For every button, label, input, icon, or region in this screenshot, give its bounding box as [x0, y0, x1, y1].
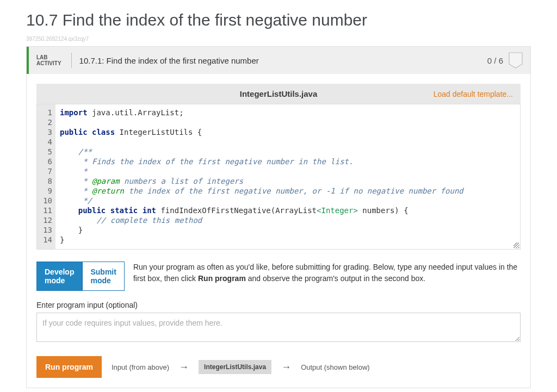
code-editor[interactable]: 1234567891011121314 import java.util.Arr… [36, 104, 521, 250]
code-line[interactable]: public static int findIndexOfFirstNegati… [60, 206, 516, 215]
lab-label-bottom: ACTIVITY [36, 60, 61, 66]
lab-activity-label: LAB ACTIVITY [36, 54, 61, 66]
mode-buttons: Develop mode Submit mode [36, 262, 125, 291]
program-input-label: Enter program input (optional) [36, 301, 521, 309]
mode-row: Develop mode Submit mode Run your progra… [36, 262, 521, 291]
load-default-template-link[interactable]: Load default template... [434, 90, 513, 98]
program-input-section: Enter program input (optional) [36, 301, 521, 344]
arrow-icon: → [179, 362, 189, 373]
code-line[interactable]: /** [60, 147, 516, 157]
lab-card: LAB ACTIVITY 10.7.1: Find the index of t… [26, 46, 531, 388]
code-line[interactable]: * Finds the index of the first negative … [60, 157, 516, 166]
code-line[interactable]: * @return the index of the first negativ… [60, 186, 516, 196]
page-title: 10.7 Find the index of the first negativ… [26, 11, 531, 29]
file-header: IntegerListUtils.java Load default templ… [36, 84, 521, 104]
code-line[interactable]: } [60, 225, 516, 235]
resize-grip-icon[interactable] [513, 242, 519, 248]
line-number: 4 [40, 137, 52, 147]
lab-separator [71, 53, 72, 68]
program-input-textarea[interactable] [36, 313, 521, 342]
code-line[interactable]: */ [60, 196, 516, 206]
line-number-gutter: 1234567891011121314 [37, 104, 55, 249]
line-number: 9 [40, 186, 52, 196]
line-number: 5 [40, 147, 52, 157]
run-program-button[interactable]: Run program [36, 356, 102, 378]
code-area[interactable]: import java.util.ArrayList;public class … [55, 104, 520, 249]
line-number: 8 [40, 176, 52, 186]
mode-description: Run your program as often as you'd like,… [133, 262, 521, 284]
code-line[interactable]: * @param numbers a list of integers [60, 176, 516, 186]
watermark-text: 397250.2692124.qx3zqy7 [26, 36, 531, 42]
run-row: Run program Input (from above) → Integer… [36, 356, 521, 378]
lab-body: IntegerListUtils.java Load default templ… [27, 74, 530, 388]
score-badge-icon [509, 52, 523, 69]
code-line[interactable] [60, 117, 516, 127]
line-number: 2 [40, 117, 52, 127]
code-line[interactable]: // complete this method [60, 215, 516, 225]
line-number: 14 [40, 235, 52, 245]
line-number: 6 [40, 157, 52, 166]
code-line[interactable]: } [60, 235, 516, 245]
code-line[interactable]: * [60, 166, 516, 176]
code-line[interactable] [60, 137, 516, 147]
line-number: 1 [40, 108, 52, 117]
lab-header: LAB ACTIVITY 10.7.1: Find the index of t… [27, 47, 530, 74]
submit-mode-button[interactable]: Submit mode [82, 262, 124, 291]
lab-title: 10.7.1: Find the index of the first nega… [79, 56, 487, 65]
line-number: 13 [40, 225, 52, 235]
line-number: 10 [40, 196, 52, 206]
code-line[interactable]: public class IntegerListUtils { [60, 127, 516, 137]
line-number: 11 [40, 206, 52, 215]
line-number: 3 [40, 127, 52, 137]
arrow-icon: → [281, 362, 291, 373]
flow-file-chip: IntegerListUtils.java [199, 360, 271, 374]
run-program-bold: Run program [198, 274, 246, 283]
lab-score: 0 / 6 [487, 56, 503, 65]
line-number: 12 [40, 215, 52, 225]
code-line[interactable]: import java.util.ArrayList; [60, 108, 516, 117]
flow-output-label: Output (shown below) [301, 363, 369, 371]
lab-label-top: LAB [36, 54, 61, 60]
line-number: 7 [40, 166, 52, 176]
flow-input-label: Input (from above) [112, 363, 169, 371]
develop-mode-button[interactable]: Develop mode [36, 262, 82, 291]
